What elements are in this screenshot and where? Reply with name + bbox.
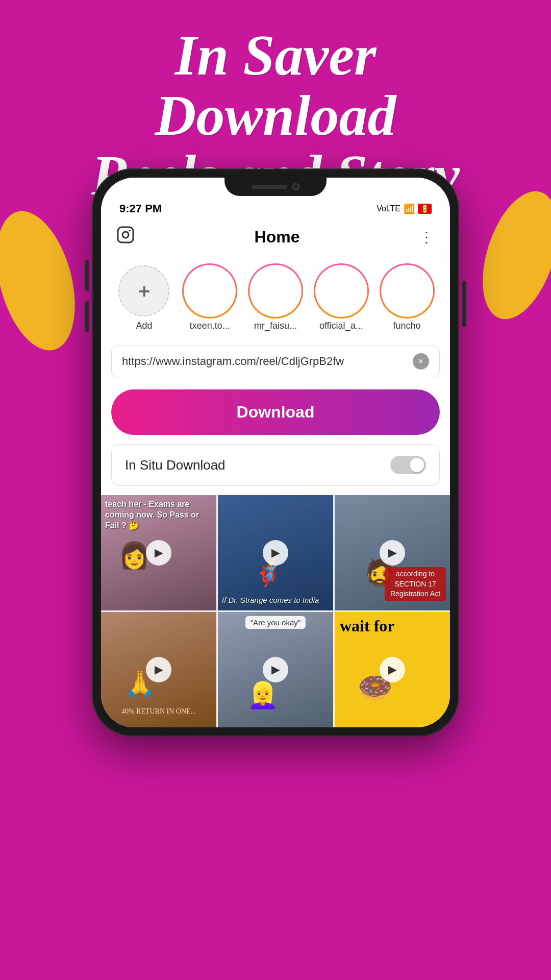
- url-input[interactable]: https://www.instagram.com/reel/CdljGrpB2…: [122, 355, 408, 368]
- video-overlay-text-1: teach her - Exams are coming now. So Pas…: [105, 499, 212, 531]
- story-item-3[interactable]: 🕶️ official_a...: [308, 265, 374, 331]
- front-camera: [292, 183, 299, 190]
- instagram-icon: [116, 226, 135, 249]
- story-label-4: funcho: [393, 321, 421, 331]
- download-section: Download: [101, 382, 450, 442]
- insitu-row: In Situ Download: [111, 444, 440, 486]
- play-icon-4[interactable]: ▶: [146, 657, 171, 682]
- story-avatar-4[interactable]: 🎭: [382, 265, 433, 316]
- video-badge-2: If Dr. Strange comes to India: [222, 596, 329, 604]
- battery-icon: 🔋: [418, 204, 432, 214]
- video-yellow-text-6: wait for: [340, 617, 395, 635]
- volume-up-button: [85, 260, 89, 291]
- play-icon-3[interactable]: ▶: [380, 540, 405, 566]
- video-thumb-4[interactable]: 🙏 40% RETURN IN ONE... ▶: [101, 612, 216, 727]
- story-add[interactable]: ＋ Add: [111, 265, 177, 331]
- play-icon-2[interactable]: ▶: [263, 540, 288, 566]
- story-label-2: mr_faisu...: [254, 321, 297, 331]
- more-options-icon[interactable]: ⋮: [419, 229, 435, 246]
- volte-icon: VoLTE: [377, 204, 400, 213]
- insitu-label: In Situ Download: [125, 457, 226, 473]
- app-header: Home ⋮: [101, 219, 450, 255]
- svg-point-4: [129, 230, 131, 232]
- story-avatar-1[interactable]: 🎀: [184, 265, 235, 316]
- url-clear-button[interactable]: ×: [413, 353, 429, 370]
- story-label-add: Add: [136, 321, 152, 331]
- story-avatar-2[interactable]: 🎤: [250, 265, 301, 316]
- phone-mockup: 9:27 PM VoLTE 📶 🔋 Home ⋮: [92, 168, 459, 737]
- add-story-avatar[interactable]: ＋: [118, 265, 169, 316]
- insitu-section: In Situ Download: [101, 442, 450, 495]
- video-grid: 👩 teach her - Exams are coming now. So P…: [101, 495, 450, 727]
- story-item-1[interactable]: 🎀 txeen.to...: [177, 265, 243, 331]
- hero-line2: Download: [155, 84, 396, 147]
- status-icons: VoLTE 📶 🔋: [377, 203, 432, 214]
- download-button[interactable]: Download: [111, 389, 440, 435]
- status-time: 9:27 PM: [119, 202, 162, 215]
- video-thumb-1[interactable]: 👩 teach her - Exams are coming now. So P…: [101, 495, 216, 610]
- story-item-2[interactable]: 🎤 mr_faisu...: [243, 265, 309, 331]
- speaker: [252, 185, 287, 189]
- app-title: Home: [255, 228, 300, 247]
- signal-icon: 📶: [404, 203, 415, 214]
- svg-rect-2: [118, 227, 133, 242]
- url-section: https://www.instagram.com/reel/CdljGrpB2…: [101, 336, 450, 382]
- url-bar[interactable]: https://www.instagram.com/reel/CdljGrpB2…: [111, 346, 440, 377]
- video-thumb-2[interactable]: 🦸 ▶ If Dr. Strange comes to India: [218, 495, 333, 610]
- story-label-1: txeen.to...: [190, 321, 230, 331]
- story-label-3: official_a...: [319, 321, 363, 331]
- insitu-toggle[interactable]: [390, 456, 426, 474]
- svg-point-3: [122, 232, 129, 238]
- video-quote-badge-5: "Are you okay": [245, 616, 306, 629]
- story-avatar-3[interactable]: 🕶️: [316, 265, 367, 316]
- video-red-badge-3: according to SECTION 17 Registration Act: [385, 567, 446, 601]
- power-button: [462, 281, 466, 327]
- video-thumb-3[interactable]: 🧔 ▶ according to SECTION 17 Registration…: [335, 495, 450, 610]
- video-thumb-5[interactable]: 👱‍♀️ "Are you okay" ▶: [218, 612, 333, 727]
- video-thumb-6[interactable]: wait for 🍩 ▶: [335, 612, 450, 727]
- play-icon-1[interactable]: ▶: [146, 540, 171, 566]
- play-icon-5[interactable]: ▶: [263, 657, 288, 682]
- phone-notch: [224, 178, 327, 196]
- svg-point-0: [0, 204, 89, 357]
- story-item-4[interactable]: 🎭 funcho: [374, 265, 440, 331]
- hero-line1: In Saver: [174, 23, 376, 87]
- stories-row: ＋ Add 🎀 txeen.to... 🎤 mr_faisu...: [101, 255, 450, 336]
- toggle-thumb: [410, 458, 424, 472]
- play-icon-6[interactable]: ▶: [380, 657, 405, 682]
- volume-down-button: [85, 301, 89, 332]
